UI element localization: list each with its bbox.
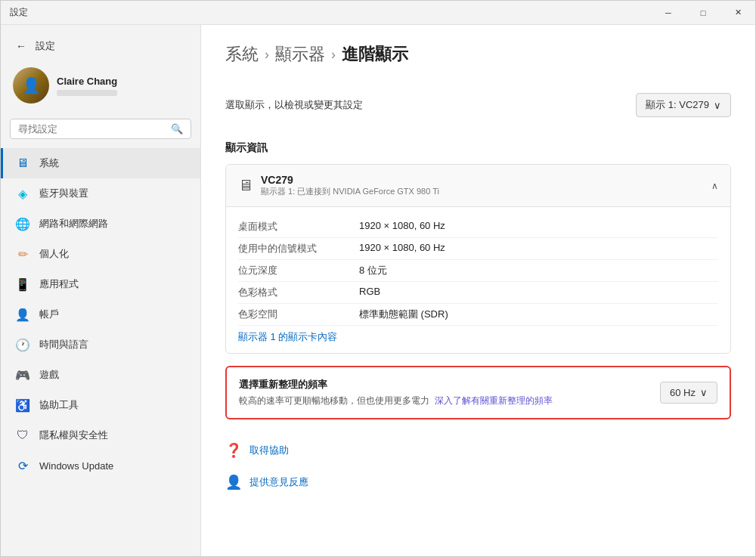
info-value: 8 位元	[359, 264, 387, 277]
close-button[interactable]: ✕	[720, 1, 755, 25]
apps-nav-icon: 📱	[15, 277, 30, 292]
breadcrumb-sep-1: ›	[265, 47, 269, 63]
search-icon: 🔍	[171, 123, 183, 135]
display-adapter-link[interactable]: 顯示器 1 的顯示卡內容	[238, 326, 718, 350]
info-label: 桌面模式	[238, 220, 359, 234]
nav-label-apps: 應用程式	[39, 277, 79, 291]
search-input[interactable]	[18, 123, 166, 135]
info-value: 1920 × 1080, 60 Hz	[359, 220, 445, 234]
nav-label-personalization: 個人化	[39, 247, 69, 261]
avatar: 👤	[13, 67, 49, 104]
sidebar-item-apps[interactable]: 📱應用程式	[1, 269, 200, 299]
sidebar-item-accessibility[interactable]: ♿協助工具	[1, 390, 200, 420]
frequency-dropdown[interactable]: 60 Hz ∨	[660, 382, 717, 404]
sidebar-item-accounts[interactable]: 👤帳戶	[1, 299, 200, 330]
search-box[interactable]: 🔍	[10, 119, 191, 139]
sidebar-title: 設定	[36, 39, 55, 53]
info-label: 位元深度	[238, 264, 359, 277]
feedback-link[interactable]: 👤 提供意見反應	[225, 466, 731, 498]
display-selector-row: 選取顯示，以檢視或變更其設定 顯示 1: VC279 ∨	[225, 84, 731, 126]
feedback-icon: 👤	[225, 474, 242, 490]
sidebar-item-personalization[interactable]: ✏個人化	[1, 239, 200, 269]
info-value: 1920 × 1080, 60 Hz	[359, 242, 445, 255]
breadcrumb-sep-2: ›	[331, 47, 336, 63]
nav-label-network: 網路和網際網路	[39, 217, 108, 231]
gaming-nav-icon: 🎮	[15, 367, 30, 382]
sidebar-header: ← 設定	[1, 25, 200, 61]
sidebar-item-privacy[interactable]: 🛡隱私權與安全性	[1, 420, 200, 450]
settings-window: 設定 ─ □ ✕ ← 設定 👤 Claire Chang	[0, 0, 756, 557]
display-header-left: 🖥 VC279 顯示器 1: 已連接到 NVIDIA GeForce GTX 9…	[238, 174, 439, 197]
window-title: 設定	[10, 6, 28, 19]
refresh-rate-title: 選擇重新整理的頻率	[239, 378, 645, 391]
network-nav-icon: 🌐	[15, 216, 30, 231]
table-row: 色彩格式RGB	[238, 282, 718, 304]
sidebar-item-windows_update[interactable]: ⟳Windows Update	[1, 450, 200, 481]
content-area: ← 設定 👤 Claire Chang 🔍 🖥系統◈藍牙與裝置🌐網路和網際網路✏…	[1, 25, 755, 556]
nav-label-accessibility: 協助工具	[39, 398, 79, 412]
main-content: 系統 › 顯示器 › 進階顯示 選取顯示，以檢視或變更其設定 顯示 1: VC2…	[201, 25, 755, 556]
accounts-nav-icon: 👤	[15, 307, 30, 322]
nav-label-time: 時間與語言	[39, 338, 88, 351]
breadcrumb-advanced: 進階顯示	[342, 43, 408, 66]
sidebar-item-gaming[interactable]: 🎮遊戲	[1, 360, 200, 390]
nav-label-windows_update: Windows Update	[39, 460, 113, 472]
info-value: RGB	[359, 286, 380, 299]
feedback-label: 提供意見反應	[249, 475, 308, 489]
sidebar-item-time[interactable]: 🕐時間與語言	[1, 330, 200, 360]
sidebar-item-system[interactable]: 🖥系統	[1, 148, 200, 178]
nav-label-gaming: 遊戲	[39, 368, 59, 382]
personalization-nav-icon: ✏	[15, 246, 30, 261]
table-row: 桌面模式1920 × 1080, 60 Hz	[238, 216, 718, 238]
display-dropdown[interactable]: 顯示 1: VC279 ∨	[636, 93, 731, 117]
info-value: 標準動態範圍 (SDR)	[359, 308, 448, 321]
windows_update-nav-icon: ⟳	[15, 458, 30, 473]
time-nav-icon: 🕐	[15, 337, 30, 352]
monitor-icon: 🖥	[238, 177, 253, 194]
window-controls: ─ □ ✕	[651, 1, 755, 25]
refresh-rate-desc: 較高的速率可更順暢地移動，但也使用更多電力 深入了解有關重新整理的頻率	[239, 395, 645, 407]
refresh-rate-text: 選擇重新整理的頻率 較高的速率可更順暢地移動，但也使用更多電力 深入了解有關重新…	[239, 378, 645, 407]
display-info-card: 🖥 VC279 顯示器 1: 已連接到 NVIDIA GeForce GTX 9…	[225, 164, 731, 354]
user-section: 👤 Claire Chang	[1, 61, 200, 116]
footer-links: ❓ 取得協助 👤 提供意見反應	[225, 435, 731, 498]
display-dropdown-arrow: ∨	[714, 100, 721, 111]
user-subtitle	[57, 90, 117, 96]
display-name: VC279	[261, 174, 439, 186]
info-label: 色彩格式	[238, 286, 359, 299]
refresh-rate-section: 選擇重新整理的頻率 較高的速率可更順暢地移動，但也使用更多電力 深入了解有關重新…	[225, 366, 731, 419]
sidebar-item-bluetooth[interactable]: ◈藍牙與裝置	[1, 178, 200, 209]
info-section-title: 顯示資訊	[225, 141, 731, 155]
display-name-block: VC279 顯示器 1: 已連接到 NVIDIA GeForce GTX 980…	[261, 174, 439, 197]
info-label: 色彩空間	[238, 308, 359, 321]
avatar-image: 👤	[13, 67, 49, 104]
back-button[interactable]: ←	[13, 37, 29, 55]
titlebar: 設定 ─ □ ✕	[1, 1, 755, 25]
nav-label-accounts: 帳戶	[39, 308, 59, 321]
display-selector-label: 選取顯示，以檢視或變更其設定	[225, 98, 363, 112]
refresh-rate-link[interactable]: 深入了解有關重新整理的頻率	[435, 395, 553, 406]
sidebar: ← 設定 👤 Claire Chang 🔍 🖥系統◈藍牙與裝置🌐網路和網際網路✏…	[1, 25, 201, 556]
system-nav-icon: 🖥	[15, 156, 30, 171]
accessibility-nav-icon: ♿	[15, 398, 30, 413]
maximize-button[interactable]: □	[686, 1, 720, 25]
info-label: 使用中的信號模式	[238, 242, 359, 255]
nav-items: 🖥系統◈藍牙與裝置🌐網路和網際網路✏個人化📱應用程式👤帳戶🕐時間與語言🎮遊戲♿協…	[1, 148, 200, 556]
user-info: Claire Chang	[57, 76, 117, 96]
table-row: 色彩空間標準動態範圍 (SDR)	[238, 304, 718, 326]
get-help-link[interactable]: ❓ 取得協助	[225, 435, 731, 466]
privacy-nav-icon: 🛡	[15, 428, 30, 443]
display-sub: 顯示器 1: 已連接到 NVIDIA GeForce GTX 980 Ti	[261, 186, 439, 197]
display-info-header: 🖥 VC279 顯示器 1: 已連接到 NVIDIA GeForce GTX 9…	[226, 165, 730, 207]
breadcrumb-display: 顯示器	[275, 43, 325, 66]
nav-label-system: 系統	[39, 156, 59, 170]
nav-label-bluetooth: 藍牙與裝置	[39, 187, 88, 200]
breadcrumb-system: 系統	[225, 43, 259, 66]
bluetooth-nav-icon: ◈	[15, 186, 30, 201]
minimize-button[interactable]: ─	[651, 1, 686, 25]
user-name: Claire Chang	[57, 76, 117, 87]
chevron-up-icon: ∧	[711, 181, 718, 191]
help-icon: ❓	[225, 442, 242, 459]
frequency-value: 60 Hz	[670, 387, 696, 398]
sidebar-item-network[interactable]: 🌐網路和網際網路	[1, 209, 200, 239]
